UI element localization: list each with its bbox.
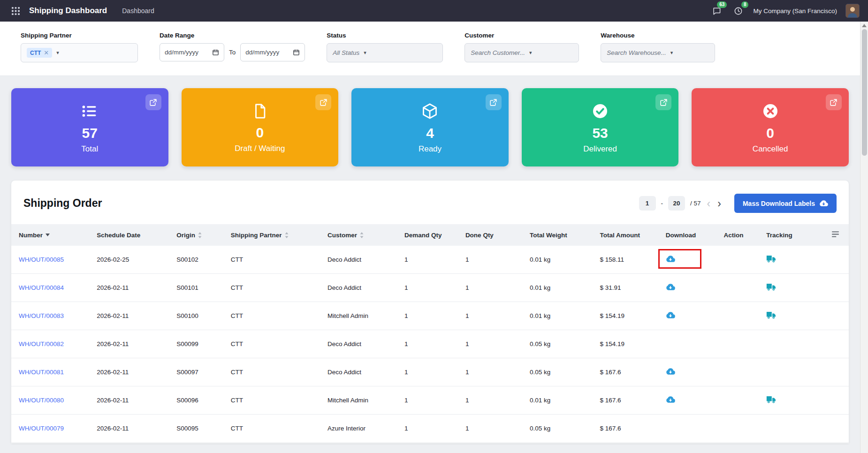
external-link-icon (489, 98, 497, 106)
tracking-button[interactable] (766, 311, 776, 319)
download-button[interactable] (666, 254, 675, 264)
clock-icon (734, 7, 743, 15)
tracking-button[interactable] (766, 283, 776, 291)
chevron-down-icon: ▾ (670, 50, 673, 56)
warehouse-label: Warehouse (601, 32, 715, 39)
order-number-link[interactable]: WH/OUT/00082 (19, 340, 64, 347)
col-header-number[interactable]: Number (11, 224, 91, 246)
open-cancelled-button[interactable] (826, 94, 842, 110)
demand-qty-cell: 1 (399, 386, 460, 415)
stat-value: 4 (426, 125, 434, 141)
scroll-up-icon[interactable] (862, 24, 867, 27)
table-row: WH/OUT/00083 2026-02-11 S00100 CTT Mitch… (11, 302, 849, 330)
cloud-download-icon (666, 395, 675, 404)
order-number-link[interactable]: WH/OUT/00080 (19, 397, 64, 404)
tracking-button[interactable] (766, 395, 776, 404)
next-page-button[interactable]: › (716, 199, 722, 208)
warehouse-select[interactable]: Search Warehouse... ▾ (601, 43, 715, 62)
page-end-input[interactable]: 20 (668, 196, 685, 211)
customer-select[interactable]: Search Customer... ▾ (464, 43, 579, 62)
status-select[interactable]: All Status ▾ (327, 43, 443, 62)
chevron-down-icon: ▾ (56, 50, 59, 56)
open-draft-button[interactable] (315, 94, 331, 110)
origin-cell: S00099 (171, 330, 225, 358)
filters-bar: Shipping Partner CTT ✕ ▾ Date Range dd/m… (0, 22, 860, 76)
order-number-link[interactable]: WH/OUT/00081 (19, 369, 64, 376)
messages-button[interactable]: 63 (710, 4, 723, 17)
col-header-shipping-partner[interactable]: Shipping Partner (225, 224, 322, 246)
nav-menu-dashboard[interactable]: Dashboard (118, 4, 158, 17)
order-number-link[interactable]: WH/OUT/00079 (19, 425, 64, 432)
app-title[interactable]: Shipping Dashboard (29, 6, 107, 15)
x-circle-icon (762, 103, 779, 120)
tracking-button[interactable] (766, 255, 776, 263)
demand-qty-cell: 1 (399, 358, 460, 386)
vertical-scrollbar[interactable] (860, 22, 868, 453)
calendar-icon (212, 49, 219, 56)
activities-button[interactable]: 8 (731, 4, 745, 17)
stat-label: Total (81, 144, 98, 154)
done-qty-cell: 1 (460, 358, 524, 386)
top-navbar: Shipping Dashboard Dashboard 63 8 My Com… (0, 0, 868, 22)
date-to-input[interactable]: dd/mm/yyyy (240, 43, 305, 61)
download-button[interactable] (666, 310, 675, 320)
origin-cell: S00097 (171, 358, 225, 386)
col-header-customer[interactable]: Customer (322, 224, 399, 246)
date-from-input[interactable]: dd/mm/yyyy (160, 43, 224, 61)
order-number-link[interactable]: WH/OUT/00085 (19, 256, 64, 263)
shipping-partner-label: Shipping Partner (21, 32, 138, 39)
total-amount-cell: $ 158.11 (594, 246, 660, 274)
pagination: 1 - 20 / 57 ‹ › (639, 196, 722, 211)
col-header-action: Action (718, 224, 761, 246)
col-header-origin[interactable]: Origin (171, 224, 225, 246)
page-start-input[interactable]: 1 (639, 196, 656, 211)
col-header-schedule-date: Schedule Date (91, 224, 171, 246)
total-weight-cell: 0.01 kg (524, 386, 594, 415)
order-number-link[interactable]: WH/OUT/00083 (19, 312, 64, 319)
filter-shipping-partner: Shipping Partner CTT ✕ ▾ (21, 32, 138, 62)
customer-cell: Deco Addict (322, 330, 399, 358)
action-cell (718, 358, 761, 386)
download-button[interactable] (666, 282, 675, 292)
user-avatar[interactable] (845, 4, 860, 18)
scrollbar-thumb[interactable] (862, 29, 867, 156)
truck-icon (766, 255, 776, 263)
company-switcher[interactable]: My Company (San Francisco) (753, 8, 837, 15)
demand-qty-cell: 1 (399, 302, 460, 330)
chevron-down-icon: ▾ (529, 50, 532, 56)
prev-page-button[interactable]: ‹ (706, 199, 712, 208)
stat-cards-row: 57 Total 0 Draft / Waiting 4 Ready 53 De… (11, 88, 849, 166)
origin-cell: S00101 (171, 274, 225, 302)
filter-warehouse: Warehouse Search Warehouse... ▾ (601, 32, 715, 62)
external-link-icon (149, 98, 157, 106)
open-ready-button[interactable] (486, 94, 502, 110)
order-number-link[interactable]: WH/OUT/00084 (19, 284, 64, 291)
tag-remove-icon[interactable]: ✕ (44, 49, 49, 56)
open-delivered-button[interactable] (655, 94, 671, 110)
col-header-total-amount: Total Amount (594, 224, 660, 246)
table-row: WH/OUT/00081 2026-02-11 S00097 CTT Deco … (11, 358, 849, 386)
mass-download-labels-button[interactable]: Mass Download Labels (734, 194, 837, 213)
open-total-button[interactable] (145, 94, 161, 110)
total-amount-cell: $ 31.91 (594, 274, 660, 302)
orders-table: Number Schedule Date Origin Shipping Par… (11, 224, 849, 443)
stat-label: Cancelled (753, 144, 788, 154)
col-header-options[interactable] (826, 224, 849, 246)
done-qty-cell: 1 (460, 246, 524, 274)
total-amount-cell: $ 154.19 (594, 330, 660, 358)
done-qty-cell: 1 (460, 386, 524, 415)
shipping-partner-select[interactable]: CTT ✕ ▾ (21, 43, 138, 62)
done-qty-cell: 1 (460, 302, 524, 330)
activities-badge: 8 (741, 1, 749, 8)
stat-card-draft: 0 Draft / Waiting (182, 88, 339, 166)
shipping-order-section: Shipping Order 1 - 20 / 57 ‹ › Mass Down… (11, 181, 849, 443)
done-qty-cell: 1 (460, 415, 524, 443)
check-circle-icon (592, 103, 609, 120)
origin-cell: S00095 (171, 415, 225, 443)
download-button[interactable] (666, 367, 675, 376)
customer-cell: Deco Addict (322, 358, 399, 386)
customer-cell: Deco Addict (322, 274, 399, 302)
sort-icon (285, 232, 289, 238)
apps-grid-icon[interactable] (8, 4, 23, 18)
download-button[interactable] (666, 395, 675, 404)
